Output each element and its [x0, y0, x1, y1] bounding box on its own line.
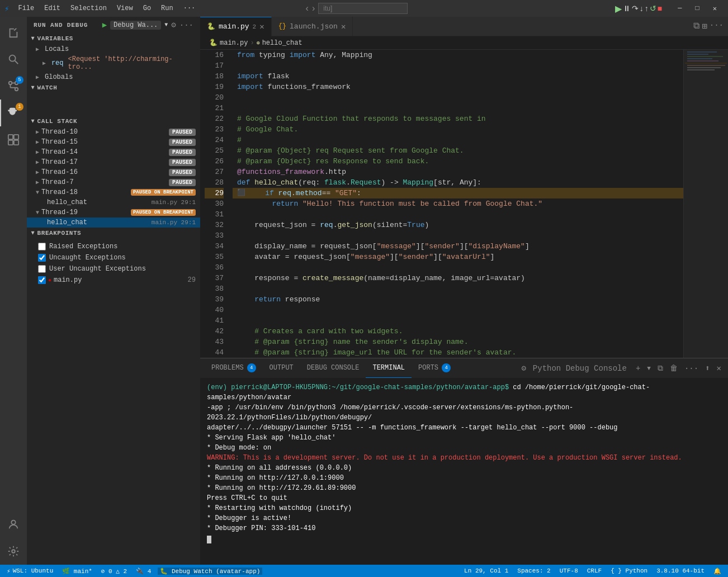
line-30: return "Hello! This function must be cal…: [233, 198, 683, 209]
debug-config-label[interactable]: Debug Wa...: [110, 21, 161, 30]
activity-extensions[interactable]: [0, 126, 27, 153]
menu-file[interactable]: File: [13, 3, 39, 13]
line-37: response = create_message(name=display_n…: [233, 273, 683, 283]
terminal-more-icon[interactable]: ···: [682, 363, 701, 374]
menu-more[interactable]: ···: [179, 3, 200, 13]
status-ports[interactable]: 🔌 4: [134, 567, 153, 575]
menu-selection[interactable]: Selection: [66, 3, 111, 13]
thread-10[interactable]: ▶Thread-10 PAUSED: [27, 127, 200, 137]
variables-header[interactable]: ▶ VARIABLES: [27, 33, 200, 44]
thread-14[interactable]: ▶Thread-14 PAUSED: [27, 147, 200, 157]
step-into-button[interactable]: ↓: [640, 4, 644, 13]
thread-19[interactable]: ▼Thread-19 PAUSED ON BREAKPOINT: [27, 207, 200, 217]
menu-edit[interactable]: Edit: [40, 3, 65, 13]
thread-15[interactable]: ▶Thread-15 PAUSED: [27, 137, 200, 147]
window-close[interactable]: ✕: [706, 3, 724, 14]
bp-user-uncaught-checkbox[interactable]: [38, 265, 46, 273]
status-errors[interactable]: ⊘ 0 △ 2: [99, 567, 129, 575]
status-position[interactable]: Ln 29, Col 1: [462, 567, 510, 574]
thread-17[interactable]: ▶Thread-17 PAUSED: [27, 157, 200, 167]
status-encoding[interactable]: UTF-8: [557, 567, 580, 574]
activity-settings[interactable]: [0, 538, 27, 565]
breadcrumb-function[interactable]: hello_chat: [262, 39, 302, 47]
nav-back[interactable]: ‹: [306, 3, 309, 13]
activity-git[interactable]: 5: [0, 73, 27, 100]
thread-18-hello-chat[interactable]: hello_chat main.py 29:1: [27, 197, 200, 207]
step-over-button[interactable]: ↷: [632, 4, 639, 13]
locals-item[interactable]: ▶ Locals: [27, 44, 200, 54]
status-language[interactable]: { } Python: [608, 567, 650, 574]
bp-file-mainpy[interactable]: ● main.py 29: [27, 275, 200, 286]
activity-account[interactable]: [0, 511, 27, 538]
more-icon[interactable]: ···: [179, 21, 193, 30]
menu-go[interactable]: Go: [139, 3, 155, 13]
code-content[interactable]: from typing import Any, Mapping import f…: [228, 50, 683, 358]
watch-header[interactable]: ▶ WATCH: [27, 82, 200, 93]
tab-json-icon: {}: [278, 22, 286, 30]
tab-launchjson-close[interactable]: ✕: [341, 22, 346, 31]
variables-section: ▶ VARIABLES ▶ Locals ▶ req <Request 'htt…: [27, 33, 200, 82]
activity-search[interactable]: [0, 46, 27, 73]
bp-raised-checkbox[interactable]: [38, 243, 46, 250]
tab-launchjson[interactable]: {} launch.json ✕: [272, 17, 353, 36]
bp-uncaught-checkbox[interactable]: [38, 254, 46, 262]
maximize-panel-icon[interactable]: ⬆: [703, 362, 712, 374]
menu-view[interactable]: View: [112, 3, 138, 13]
activity-debug[interactable]: 1: [0, 100, 27, 126]
editor-more-icon[interactable]: ···: [710, 21, 724, 32]
search-input[interactable]: [318, 3, 408, 14]
tab-output[interactable]: OUTPUT: [263, 358, 300, 378]
status-spaces[interactable]: Spaces: 2: [515, 567, 552, 574]
split-terminal-icon[interactable]: ⧉: [655, 363, 665, 374]
thread-19-hello-chat[interactable]: hello_chat main.py 29:1: [27, 217, 200, 228]
window-maximize[interactable]: □: [689, 3, 706, 14]
window-minimize[interactable]: —: [671, 3, 688, 14]
status-wsl[interactable]: ⚡ WSL: Ubuntu: [4, 567, 55, 575]
thread-7[interactable]: ▶Thread-7 PAUSED: [27, 177, 200, 187]
tab-mainpy-close[interactable]: ✕: [259, 22, 264, 31]
continue-button[interactable]: ▶: [615, 3, 622, 14]
add-terminal-icon[interactable]: +: [634, 363, 642, 374]
split-editor-icon[interactable]: ⧉: [693, 21, 699, 32]
nav-forward[interactable]: ›: [312, 3, 315, 13]
code-editor: 1617181920 2122232425 262728 29 30313233…: [200, 50, 728, 358]
bp-user-uncaught[interactable]: User Uncaught Exceptions: [27, 263, 200, 275]
bp-raised-exceptions[interactable]: Raised Exceptions: [27, 241, 200, 252]
status-debug[interactable]: 🐛 Debug Watch (avatar-app): [158, 567, 262, 575]
restart-button[interactable]: ↺: [650, 4, 656, 13]
delete-terminal-icon[interactable]: 🗑: [668, 363, 680, 374]
step-out-button[interactable]: ↑: [645, 4, 649, 13]
close-panel-icon[interactable]: ✕: [715, 362, 724, 374]
bp-file-num: 29: [188, 276, 196, 284]
breakpoints-header[interactable]: ▶ BREAKPOINTS: [27, 228, 200, 239]
menu-run[interactable]: Run: [157, 3, 178, 13]
status-python-version[interactable]: 3.8.10 64-bit: [654, 567, 707, 574]
settings-icon[interactable]: ⚙: [171, 20, 176, 30]
bp-file-checkbox[interactable]: [38, 276, 46, 284]
globals-item[interactable]: ▶ Globals: [27, 72, 200, 82]
run-icon[interactable]: ▶: [102, 20, 107, 30]
tab-problems[interactable]: PROBLEMS 4: [205, 358, 263, 378]
term-line-3: * Debug mode: on: [207, 443, 721, 453]
stop-button[interactable]: ■: [658, 4, 662, 13]
status-git[interactable]: 🌿 main*: [60, 567, 94, 575]
pause-button[interactable]: ⏸: [623, 4, 631, 13]
thread-16[interactable]: ▶Thread-16 PAUSED: [27, 167, 200, 177]
tab-terminal[interactable]: TERMINAL: [366, 358, 412, 378]
tab-ports[interactable]: PORTS 4: [412, 358, 457, 378]
thread-18[interactable]: ▼Thread-18 PAUSED ON BREAKPOINT: [27, 187, 200, 197]
terminal-down-icon[interactable]: ▼: [645, 364, 653, 373]
status-eol[interactable]: CRLF: [585, 567, 604, 574]
terminal-content[interactable]: (env) pierrick@LAPTOP-HKU5PNNG:~/git/goo…: [200, 378, 728, 565]
breadcrumb-file[interactable]: main.py: [220, 39, 248, 47]
req-variable[interactable]: ▶ req <Request 'http://charming-tro...: [27, 54, 200, 72]
term-cursor-line: [207, 533, 721, 543]
bp-uncaught-exceptions[interactable]: Uncaught Exceptions: [27, 252, 200, 263]
debug-config-arrow[interactable]: ▼: [164, 22, 168, 28]
callstack-header[interactable]: ▶ CALL STACK: [27, 116, 200, 127]
editor-layout-icon[interactable]: ⊞: [702, 21, 707, 32]
tab-debug-console[interactable]: DEBUG CONSOLE: [300, 358, 366, 378]
tab-mainpy[interactable]: 🐍 main.py 2 ✕: [200, 17, 272, 36]
status-notifications[interactable]: 🔔: [711, 567, 724, 575]
activity-explorer[interactable]: [0, 19, 27, 46]
